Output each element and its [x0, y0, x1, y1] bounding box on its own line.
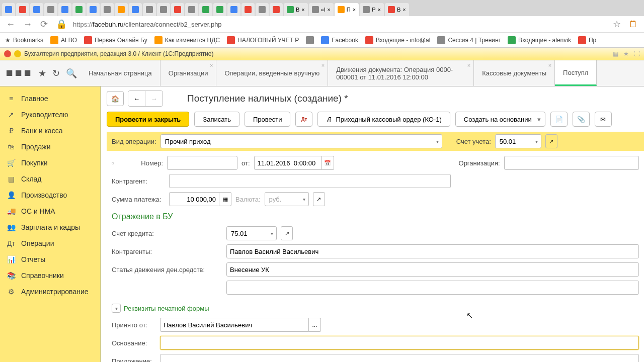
- op-type-label: Вид операции:: [112, 138, 156, 145]
- tab-cash-docs[interactable]: Кассовые документы×: [474, 60, 555, 86]
- number-label: Номер:: [123, 159, 163, 167]
- apps-icon[interactable]: ⏹⏹⏹: [5, 68, 32, 78]
- credit-account-select[interactable]: 75.01: [226, 226, 277, 240]
- print-order-button[interactable]: 🖨 Приходный кассовый ордер (КО-1): [317, 112, 450, 127]
- account-label: Счет учета:: [456, 138, 491, 145]
- close-icon[interactable]: ×: [210, 62, 213, 68]
- create-based-button[interactable]: Создать на основании: [455, 112, 545, 127]
- sidebar-item-sales[interactable]: 🛍Продажи: [0, 139, 100, 155]
- ruble-icon: ₽: [7, 127, 15, 135]
- close-icon[interactable]: ×: [548, 62, 551, 68]
- box-icon: ▤: [7, 175, 15, 183]
- currency-open-button[interactable]: ↗: [313, 192, 325, 206]
- star-icon[interactable]: ★: [38, 68, 46, 79]
- search-icon[interactable]: 🔍: [66, 68, 77, 79]
- forward-icon[interactable]: →: [21, 19, 34, 30]
- tab-manual-ops[interactable]: Операции, введенные вручную×: [216, 60, 328, 86]
- main-content: 🏠 ← → Поступление наличных (создание) * …: [101, 86, 644, 362]
- org-label: Организация:: [459, 159, 500, 167]
- bookmarks-button[interactable]: ★ Bookmarks: [5, 37, 43, 44]
- app-title: Бухгалтерия предприятия, редакция 3.0 / …: [24, 50, 214, 57]
- back-icon[interactable]: ←: [4, 19, 17, 30]
- app-tab-bar: ⏹⏹⏹ ★ ↻ 🔍 Начальная страница Организации…: [0, 60, 644, 86]
- sidebar-item-salary[interactable]: 👥Зарплата и кадры: [0, 219, 100, 235]
- attach-button[interactable]: 📎: [573, 112, 590, 127]
- page-title: Поступление наличных (создание) *: [187, 93, 348, 104]
- close-icon[interactable]: ×: [321, 62, 325, 68]
- close-icon[interactable]: ×: [467, 62, 470, 68]
- star-icon[interactable]: ☆: [611, 19, 623, 30]
- nav-back-button[interactable]: ←: [128, 91, 145, 106]
- notes-icon[interactable]: 🗒: [627, 19, 640, 30]
- nav-forward-button[interactable]: →: [145, 91, 163, 106]
- sidebar-item-catalogs[interactable]: 📚Справочники: [0, 267, 100, 284]
- org-input[interactable]: [504, 156, 639, 170]
- lock-icon: 🔒: [54, 19, 69, 30]
- select-icon[interactable]: …: [309, 318, 321, 332]
- tab-incoming-cash[interactable]: Поступл: [555, 60, 597, 86]
- counterparties-label: Контрагенты:: [112, 248, 222, 255]
- sidebar-item-manager[interactable]: ↗Руководителю: [0, 107, 100, 123]
- sidebar-item-admin[interactable]: ⚙Администрирование: [0, 284, 100, 300]
- action-toolbar: Провести и закрыть Записать Провести Дт …: [107, 112, 644, 127]
- sidebar-item-assets[interactable]: 🚚ОС и НМА: [0, 203, 100, 219]
- counterparties-input[interactable]: [226, 244, 639, 258]
- tab-orgs[interactable]: Организации×: [160, 60, 217, 86]
- sidebar: ≡Главное ↗Руководителю ₽Банк и касса 🛍Пр…: [0, 86, 101, 362]
- bookmarks-bar: ★ Bookmarks ALBO Первая Онлайн Бу Как из…: [0, 33, 644, 48]
- basis-input[interactable]: [160, 336, 639, 350]
- date-label: от:: [242, 159, 250, 167]
- calculator-icon[interactable]: ▦: [219, 192, 231, 206]
- attachment-input[interactable]: [160, 354, 639, 362]
- credit-open-button[interactable]: ↗: [281, 226, 293, 240]
- dtkt-button[interactable]: Дт: [295, 112, 312, 127]
- sidebar-item-purchases[interactable]: 🛒Покупки: [0, 155, 100, 171]
- op-type-select[interactable]: Прочий приход: [160, 134, 442, 148]
- bag-icon: 🛍: [7, 143, 15, 151]
- truck-icon: 🚚: [7, 207, 15, 215]
- report-button[interactable]: 📄: [550, 112, 568, 127]
- number-input[interactable]: [167, 156, 237, 170]
- address-bar[interactable]: https://facebuh.ru/clientarea/connect/b2…: [73, 21, 607, 28]
- home-button[interactable]: 🏠: [107, 91, 124, 106]
- section-bu-title: Отражение в БУ: [112, 212, 639, 221]
- counterparty-input[interactable]: [169, 174, 451, 188]
- chevron-down-icon: ▾: [112, 304, 121, 313]
- sidebar-item-bank[interactable]: ₽Банк и касса: [0, 123, 100, 139]
- print-requisites-toggle[interactable]: ▾ Реквизиты печатной формы: [112, 304, 639, 313]
- browser-tab-strip: В× «l× П× Р× В×: [0, 0, 644, 16]
- extra-input[interactable]: [226, 281, 639, 295]
- cashflow-input[interactable]: [226, 262, 639, 277]
- dtkt-icon: Дт: [7, 239, 15, 247]
- attachment-label: Приложение:: [112, 357, 156, 363]
- cashflow-label: Статья движения ден.средств:: [112, 266, 222, 274]
- received-from-input[interactable]: [160, 318, 309, 332]
- menu-icon: ≡: [7, 95, 15, 103]
- tab-doc-movements[interactable]: Движения документа: Операция 0000-000001…: [328, 60, 474, 86]
- calendar-icon[interactable]: 📅: [322, 156, 334, 170]
- tab-home[interactable]: Начальная страница: [80, 60, 160, 86]
- sidebar-item-main[interactable]: ≡Главное: [0, 90, 100, 107]
- reload-icon[interactable]: ⟳: [38, 19, 50, 30]
- history-icon[interactable]: ↻: [52, 68, 60, 79]
- worker-icon: 👤: [7, 191, 15, 199]
- mail-button[interactable]: ✉: [595, 112, 612, 127]
- account-open-button[interactable]: ↗: [545, 134, 557, 148]
- sidebar-item-warehouse[interactable]: ▤Склад: [0, 171, 100, 187]
- sidebar-item-production[interactable]: 👤Производство: [0, 187, 100, 203]
- app-title-bar: Бухгалтерия предприятия, редакция 3.0 / …: [0, 48, 644, 60]
- received-from-label: Принято от:: [112, 321, 156, 329]
- account-select[interactable]: 50.01: [495, 134, 541, 148]
- date-input[interactable]: [254, 156, 322, 170]
- sum-input[interactable]: [169, 192, 219, 206]
- save-button[interactable]: Записать: [194, 112, 239, 127]
- sidebar-item-operations[interactable]: ДтОперации: [0, 235, 100, 251]
- post-and-close-button[interactable]: Провести и закрыть: [107, 112, 189, 127]
- currency-label: Валюта:: [235, 196, 261, 203]
- currency-select[interactable]: руб.: [265, 192, 309, 206]
- post-button[interactable]: Провести: [245, 112, 291, 127]
- browser-toolbar: ← → ⟳ 🔒 https://facebuh.ru/clientarea/co…: [0, 16, 644, 33]
- counterparty-label: Контрагент:: [112, 177, 165, 185]
- gear-icon: ⚙: [7, 288, 15, 296]
- sidebar-item-reports[interactable]: 📊Отчеты: [0, 251, 100, 267]
